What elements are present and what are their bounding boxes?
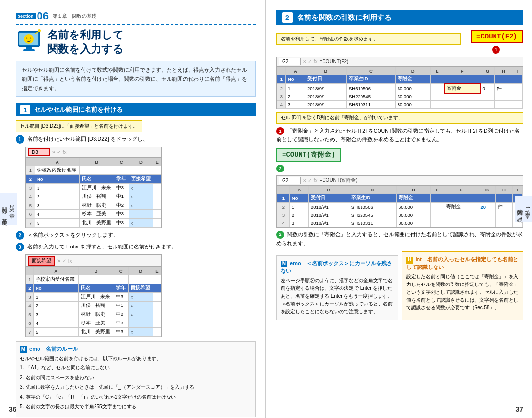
table-cell: H — [495, 186, 512, 193]
section2-heading: 2 名前を関数の引数に利用する — [276, 10, 523, 25]
memo-list-item: 名前の文字の長さは最大で半角255文字までにする — [20, 403, 251, 410]
table-cell — [495, 93, 512, 101]
table-cell: 川俣 裕翔 — [78, 302, 114, 310]
table-cell — [153, 175, 161, 184]
table-cell — [512, 101, 523, 109]
table-cell: ○ — [129, 201, 153, 210]
cell-ref-2: 面接希望 — [28, 256, 55, 266]
table-cell: G — [480, 67, 495, 75]
table-cell: C — [347, 67, 396, 75]
table-cell: 1 — [277, 193, 290, 202]
table-cell — [431, 193, 444, 202]
table-cell: 2018/9/1 — [305, 101, 347, 109]
heading-num-2: 2 — [282, 12, 293, 23]
memo-list-item: 先頭に数字を入力したいときは、先頭に「_（アンダースコア）」を入力する — [20, 383, 251, 391]
table-cell — [512, 93, 523, 101]
table-cell — [444, 211, 478, 219]
table-cell — [79, 166, 114, 175]
table-cell: 江戸川 未来 — [79, 184, 114, 192]
table-cell: 林野 聡史 — [79, 201, 114, 210]
table-cell — [430, 75, 444, 84]
table-cell: SH510311 — [347, 101, 396, 109]
formula-row-2: =COUNT(寄附金) 2 — [276, 148, 523, 172]
table-cell: ○ — [128, 302, 153, 310]
table-cell: 川俣 裕翔 — [79, 192, 114, 201]
cell-ref-r2: G2 — [279, 177, 301, 184]
table-cell — [444, 193, 478, 202]
table-cell: 5 — [26, 310, 34, 319]
table-cell: E — [153, 158, 161, 166]
section1-heading: 1 セルやセル範囲に名前を付ける — [16, 103, 256, 116]
table-cell: 3 — [286, 101, 305, 109]
table-cell: B — [308, 186, 349, 193]
table-cell — [480, 93, 495, 101]
memo-list-item: 「A1」など、セルと同じ名前にしない — [20, 364, 251, 371]
note2-box: セル [D1] を除くD列に名前「寄附金」が付いています。 — [276, 112, 523, 124]
section-header: Section 06 第１章 関数の基礎 — [16, 10, 256, 25]
memo-box-left: M emo 名前のルール セルやセル範囲に名前を付けるには、以下のルールがありま… — [16, 341, 256, 417]
table-cell — [153, 192, 161, 201]
table-cell: 5 — [35, 219, 80, 228]
hint-box: H int 名前の入ったセルを指定しても名前として認識しない 設定した名前と同じ… — [402, 251, 524, 320]
section-label: Section — [16, 13, 36, 19]
table-cell: SH220545 — [349, 211, 396, 219]
table-cell: 3 — [277, 93, 286, 101]
note1-box: 名前を利用して、寄附金の件数を求めます。 — [276, 33, 461, 45]
table-cell: 中3 — [114, 184, 129, 192]
table-cell: 1 — [35, 184, 80, 192]
table-cell: 中1 — [114, 302, 128, 310]
table-cell: 2 — [277, 202, 290, 211]
table-cell: 中3 — [114, 219, 129, 228]
table-cell: No — [289, 193, 308, 202]
table-cell: 中2 — [114, 310, 128, 319]
step3: 3 名前を入力して Enter を押すと、セル範囲に名前が付きます。 — [16, 243, 256, 251]
page-num-right: 37 — [515, 405, 523, 413]
table-cell — [431, 211, 444, 219]
table-cell: 件 — [495, 202, 512, 211]
table-cell — [153, 284, 161, 293]
table-cell: 学年 — [114, 284, 128, 293]
table-cell: A — [35, 158, 80, 166]
memo-list-item: 英字の「C」「c」「R」「r」のいずれか1文字だけの名前は付けない — [20, 393, 251, 400]
table-cell: 3 — [277, 211, 290, 219]
table-cell — [444, 75, 480, 84]
table-cell: D — [129, 158, 153, 166]
table-cell — [26, 267, 34, 275]
table-cell: SH220545 — [347, 93, 396, 101]
formula-r2: =COUNT(寄附金) — [320, 177, 358, 184]
table-cell: C — [114, 158, 129, 166]
table-cell: 寄附金 — [444, 84, 480, 93]
explanation2: 2 関数の引数に「寄附金」と入力すると、セル範囲に付けた名前として認識され、寄附… — [276, 230, 523, 248]
table-cell: 中3 — [114, 293, 128, 302]
table-cell: 1 — [26, 166, 35, 175]
table-cell: C — [114, 267, 128, 275]
excel-right-2: G2 ✕ ✓ fx =COUNT(寄附金) ABCDEFGHI1No受付日卒業生… — [276, 175, 523, 228]
step3-circle: 3 — [16, 243, 24, 251]
table-cell: SH510311 — [349, 219, 396, 227]
table-cell: 学年 — [114, 175, 129, 184]
formula-r1: =COUNT(F2) — [320, 59, 349, 64]
table-cell: 2 — [26, 175, 35, 184]
table-cell: C — [349, 186, 396, 193]
step2: 2 ＜名前ボックス＞をクリックします。 — [16, 231, 256, 240]
table-cell: 寄附金 — [395, 75, 430, 84]
table-cell: 4 — [35, 210, 80, 219]
table-cell: D — [397, 186, 431, 193]
table-cell: 2 — [277, 84, 286, 93]
table-cell — [153, 184, 161, 192]
table-cell — [431, 219, 444, 227]
table-cell — [478, 219, 495, 227]
table-cell — [128, 319, 153, 328]
table-cell: B — [79, 158, 114, 166]
table-cell — [430, 84, 444, 93]
step2-circle: 2 — [16, 231, 24, 240]
excel-grid-1: D3 ✕ ✓ fx ABCDE1学校案内受付名簿2No氏名学年面接希望31江戸川… — [25, 147, 162, 228]
side-label-right: 第1章 関数の基礎 — [515, 196, 532, 222]
excel-right-1: G2 ✕ ✓ fx =COUNT(F2) ABCDEFGHI1No受付日卒業生I… — [276, 57, 523, 109]
table-cell: 卒業生ID — [349, 193, 396, 202]
table-cell: F — [444, 186, 478, 193]
table-cell — [153, 310, 161, 319]
table-cell — [444, 219, 478, 227]
table-cell: 5 — [33, 328, 78, 337]
table-cell: 面接希望 — [128, 284, 153, 293]
